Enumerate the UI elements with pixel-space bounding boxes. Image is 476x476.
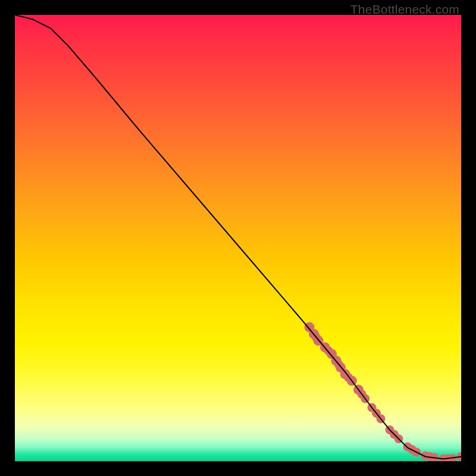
curve-line (15, 15, 461, 459)
chart-frame: TheBottleneck.com (0, 0, 476, 476)
chart-svg (15, 15, 461, 461)
plot-area (15, 15, 461, 461)
attribution-watermark: TheBottleneck.com (350, 2, 459, 17)
marker-layer (305, 322, 462, 462)
